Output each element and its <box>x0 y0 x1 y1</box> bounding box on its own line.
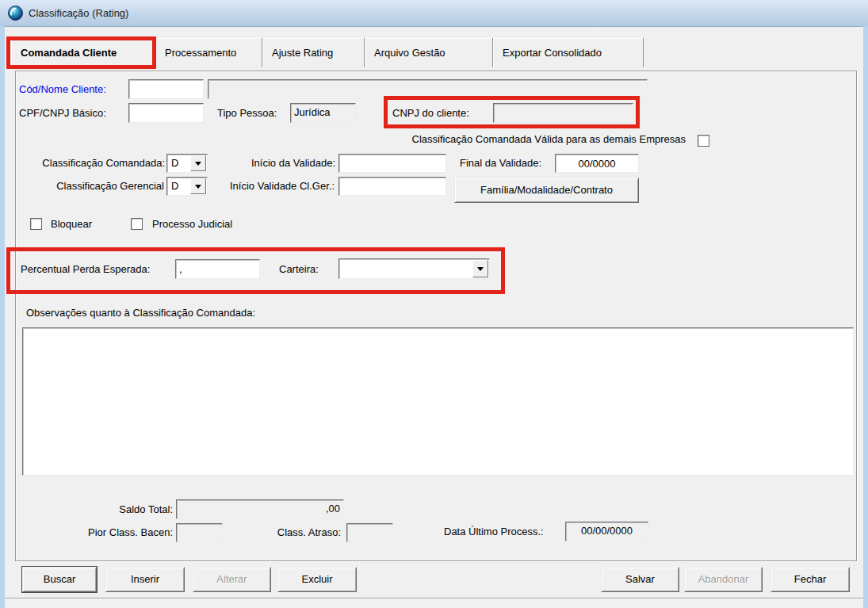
tipo-pessoa-label: Tipo Pessoa: <box>217 104 277 123</box>
inicio-validade-label: Início da Validade: <box>224 154 335 173</box>
class-atraso-field <box>346 523 393 542</box>
data-ultimo-process-field: 00/00/0000 <box>565 522 648 541</box>
data-ultimo-process-label: Data Último Process.: <box>444 522 544 541</box>
classificacao-comandada-combo[interactable]: D <box>166 154 208 173</box>
observacoes-textarea[interactable] <box>22 327 854 476</box>
alterar-button: Alterar <box>193 567 271 592</box>
bottom-divider <box>5 598 863 599</box>
window-title: Classificação (Rating) <box>29 0 128 26</box>
excluir-button[interactable]: Excluir <box>277 567 357 592</box>
tab-ajuste-rating[interactable]: Ajuste Rating <box>262 38 365 67</box>
bloquear-checkbox[interactable] <box>30 218 42 230</box>
cnpj-cliente-field <box>493 103 633 123</box>
tab-exportar-consolidado[interactable]: Exportar Consolidado <box>493 38 644 67</box>
cod-nome-cliente-label: Cód/Nome Cliente: <box>19 80 106 99</box>
observacoes-label: Observações quanto à Classificação Coman… <box>26 304 255 323</box>
inicio-validade-input[interactable] <box>338 154 446 173</box>
saldo-total-label: Saldo Total: <box>78 500 173 519</box>
carteira-label: Carteira: <box>279 260 319 279</box>
tipo-pessoa-field: Jurídica <box>290 103 356 123</box>
classificacao-gerencial-label: Classificação Gerencial <box>21 177 164 196</box>
nome-cliente-field <box>208 79 648 99</box>
valida-demais-empresas-checkbox[interactable] <box>698 135 709 147</box>
final-validade-input[interactable] <box>555 154 639 173</box>
cpf-cnpj-basico-label: CPF/CNPJ Básico: <box>19 104 106 123</box>
chevron-down-icon[interactable] <box>190 155 206 171</box>
processo-judicial-label: Processo Judicial <box>152 215 232 234</box>
inicio-validade-clger-label: Início Validade Cl.Ger.: <box>224 177 335 196</box>
pior-class-bacen-field <box>176 523 223 542</box>
classificacao-gerencial-value: D <box>171 178 178 195</box>
inserir-button[interactable]: Inserir <box>105 567 185 592</box>
title-bar <box>0 0 868 27</box>
class-atraso-label: Class. Atraso: <box>262 523 341 542</box>
classificacao-comandada-value: D <box>171 155 178 172</box>
percentual-perda-esperada-label: Percentual Perda Esperada: <box>21 260 150 279</box>
abandonar-button: Abandonar <box>684 567 763 592</box>
pior-class-bacen-label: Pior Class. Bacen: <box>74 523 173 542</box>
tab-arquivo-gestao[interactable]: Arquivo Gestão <box>365 38 493 67</box>
window-border-right <box>863 26 868 608</box>
cnpj-cliente-label: CNPJ do cliente: <box>392 104 469 123</box>
inicio-validade-clger-input[interactable] <box>338 177 446 196</box>
valida-demais-empresas-label: Classificação Comandada Válida para as d… <box>296 132 686 147</box>
app-window: Classificação (Rating) Comandada Cliente… <box>0 0 868 608</box>
tab-processamento[interactable]: Processamento <box>155 38 262 67</box>
percentual-perda-esperada-input[interactable] <box>175 259 260 279</box>
saldo-total-field: ,00 <box>176 499 344 519</box>
chevron-down-icon[interactable] <box>190 178 206 194</box>
window-border-left <box>0 26 5 608</box>
buscar-button[interactable]: Buscar <box>22 567 97 592</box>
chevron-down-icon[interactable] <box>472 260 488 277</box>
final-validade-label: Final da Validade: <box>460 154 541 173</box>
classificacao-gerencial-combo[interactable]: D <box>166 177 208 196</box>
bloquear-label: Bloquear <box>51 215 92 234</box>
carteira-combo[interactable] <box>338 258 490 279</box>
classificacao-comandada-label: Classificação Comandada: <box>22 154 165 173</box>
cod-cliente-input[interactable] <box>128 79 204 99</box>
cpf-cnpj-basico-input[interactable] <box>128 103 204 123</box>
tab-comandada-cliente[interactable]: Comandada Cliente <box>11 38 155 67</box>
salvar-button[interactable]: Salvar <box>601 567 679 592</box>
fechar-button[interactable]: Fechar <box>770 567 850 592</box>
app-sphere-icon <box>8 6 23 21</box>
familia-modalidade-contrato-button[interactable]: Família/Modalidade/Contrato <box>454 178 639 203</box>
processo-judicial-checkbox[interactable] <box>131 218 143 230</box>
